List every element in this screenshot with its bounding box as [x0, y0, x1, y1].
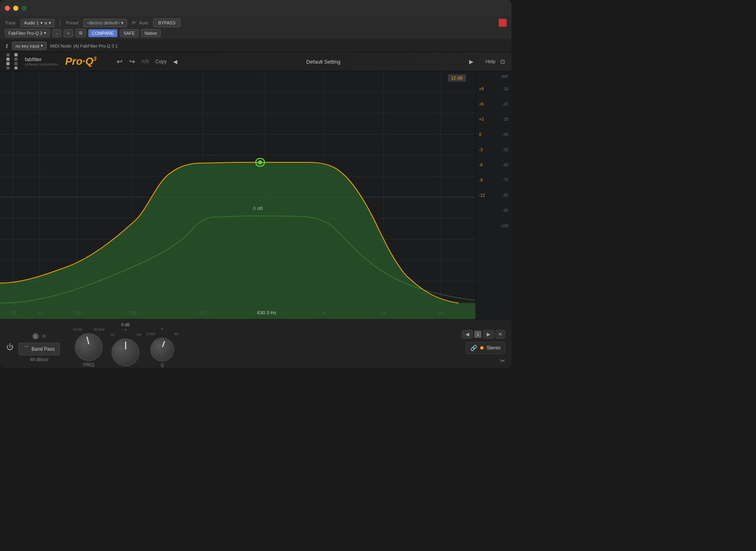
minimize-button[interactable] [13, 6, 18, 11]
logo-dot-5 [6, 62, 10, 65]
daw-header: Track Audio 1 ▾ a ▾ | Preset <factory de… [0, 16, 511, 40]
stereo-group[interactable]: 🔗 Stereo [466, 342, 505, 354]
preset-label: Preset [66, 20, 79, 25]
freq-knob[interactable] [75, 333, 103, 361]
bypass-button[interactable]: BYPASS [153, 18, 181, 27]
stereo-label: Stereo [487, 345, 501, 351]
safe-button[interactable]: SAFE [120, 29, 139, 37]
close-button[interactable] [5, 6, 10, 11]
bandpass-icon: ⌒ [24, 345, 29, 353]
next-preset-button[interactable]: ▶ [469, 58, 473, 65]
title-bar [0, 0, 511, 16]
band-power-button[interactable]: ⏻ [6, 343, 14, 351]
q-indicator: ▼ [161, 327, 164, 331]
maximize-button[interactable] [22, 6, 27, 11]
svg-text:200: 200 [129, 311, 136, 315]
svg-text:50: 50 [37, 311, 42, 315]
auto-label: Auto [139, 20, 148, 25]
midi-bar: ⚷ no key input ▾ MIDI Node: [A] FabFilte… [0, 40, 511, 52]
help-button[interactable]: Help [485, 59, 495, 64]
brand-subtitle: software instruments [25, 62, 58, 66]
gain-knob-group: 0 dB ▼ -30 +30 GAIN [109, 323, 141, 368]
gain-center-label: 0 dB [121, 323, 130, 327]
db-gray-inf: -INF [501, 74, 508, 79]
eq-area[interactable]: 0 dB 20 50 100 200 500 630.3 Hz 1k 2k 5k… [0, 71, 511, 319]
scissors-icon[interactable]: ✂ [500, 357, 505, 365]
midi-node-label: MIDI Node: [A] FabFilter Pro-Q 3 1 [50, 44, 117, 48]
brand-name: fabfilter [25, 56, 58, 62]
svg-text:5k: 5k [439, 311, 444, 315]
svg-text:1k: 1k [322, 311, 326, 315]
redo-button[interactable]: ↪ [129, 57, 135, 66]
svg-text:20: 20 [11, 311, 16, 315]
svg-text:630.3 Hz: 630.3 Hz [257, 311, 277, 315]
compare-button[interactable]: COMPARE [88, 29, 117, 37]
svg-text:500: 500 [199, 311, 207, 315]
key-input-dropdown[interactable]: no key input ▾ [12, 42, 47, 50]
native-button[interactable]: Native [141, 29, 161, 37]
band-nav-prev[interactable]: ◀ [462, 330, 473, 339]
logo-dot-4 [14, 58, 18, 61]
gain-badge: 12 dB [448, 74, 466, 82]
band-settings-icon[interactable]: ⚙ [42, 333, 46, 339]
copy-button[interactable]: Copy [155, 59, 167, 64]
preset-dropdown[interactable]: <factory default> ▾ [83, 19, 127, 27]
band-type-button[interactable]: ⌒ Band Pass [18, 343, 60, 355]
track-dropdown[interactable]: Audio 1 ▾ a ▾ [20, 19, 54, 27]
fabfilter-logo: fabfilter software instruments Pro·Q3 [6, 53, 97, 70]
stereo-dot [480, 346, 483, 349]
plugin-dropdown[interactable]: FabFilter Pro-Q 3 ▾ [5, 29, 50, 37]
logo-dot-2 [14, 53, 18, 56]
logo-dot-1 [6, 53, 10, 56]
copy-preset-button[interactable]: ⧉ [76, 29, 86, 37]
band-number: 1 [32, 333, 39, 339]
q-knob-group: ▼ 0.025 40 Q [146, 327, 178, 367]
ab-label: A/B [141, 59, 149, 64]
record-button[interactable] [499, 19, 507, 27]
expand-button[interactable]: ⊡ [500, 58, 505, 65]
product-name: Pro·Q3 [65, 55, 97, 68]
undo-button[interactable]: ↩ [117, 57, 123, 66]
freq-knob-group: 10 Hz 30 kHz FREQ [73, 327, 105, 367]
band-panel: ⏻ 1 ⚙ ⌒ Band Pass 48 dB/oct 10 Hz 30 kHz… [0, 319, 511, 368]
band-nav-next[interactable]: ▶ [483, 330, 494, 339]
track-label: Track [5, 20, 16, 25]
plugin-header: fabfilter software instruments Pro·Q3 ↩ … [0, 52, 511, 71]
band-number-display: 1 [474, 331, 481, 338]
svg-text:2k: 2k [381, 311, 386, 315]
minus-button[interactable]: - [52, 29, 61, 37]
eq-display[interactable]: 0 dB 20 50 100 200 500 630.3 Hz 1k 2k 5k… [0, 71, 511, 319]
link-icon: 🔗 [470, 345, 477, 351]
logo-dot-7 [6, 66, 10, 70]
key-icon: ⚷ [5, 43, 9, 49]
q-knob[interactable] [150, 337, 174, 361]
preset-name-display: Default Setting [306, 59, 340, 65]
band-slope: 48 dB/oct [30, 357, 48, 362]
logo-dot-6 [14, 62, 18, 65]
band-close-button[interactable]: ✕ [495, 330, 505, 339]
gain-indicator: ▼ [124, 328, 127, 332]
compare-icon: ⟳ [132, 20, 136, 26]
gain-knob[interactable] [111, 338, 139, 366]
svg-point-23 [258, 160, 263, 164]
logo-dot-8 [14, 66, 18, 70]
plus-button[interactable]: + [64, 29, 73, 37]
logo-dot-3 [6, 58, 10, 61]
svg-text:0 dB: 0 dB [253, 206, 263, 211]
prev-preset-button[interactable]: ◀ [173, 58, 177, 65]
svg-text:100: 100 [74, 311, 81, 315]
